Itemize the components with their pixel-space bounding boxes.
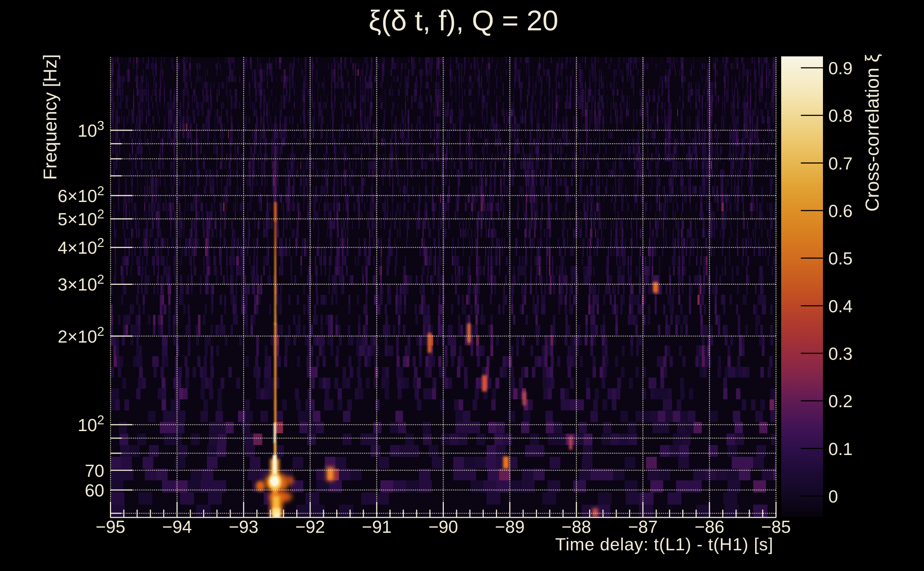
svg-text:−90: −90: [428, 517, 458, 537]
svg-text:70: 70: [85, 461, 104, 481]
svg-text:0.8: 0.8: [828, 106, 853, 126]
svg-text:Time delay: t(L1) - t(H1) [s]: Time delay: t(L1) - t(H1) [s]: [555, 535, 773, 554]
svg-text:−87: −87: [628, 517, 658, 537]
svg-text:60: 60: [85, 481, 104, 500]
svg-text:0.1: 0.1: [828, 440, 853, 459]
svg-text:−85: −85: [761, 517, 791, 537]
svg-text:−94: −94: [162, 517, 192, 537]
svg-text:ξ(δ t, f), Q = 20: ξ(δ t, f), Q = 20: [368, 5, 558, 36]
svg-text:0.5: 0.5: [828, 249, 853, 269]
svg-text:0.4: 0.4: [828, 297, 853, 316]
svg-text:−91: −91: [362, 517, 392, 537]
svg-text:Cross-correlation ξ: Cross-correlation ξ: [862, 54, 883, 211]
svg-text:−93: −93: [229, 517, 258, 537]
svg-text:−86: −86: [695, 517, 725, 537]
svg-text:0.7: 0.7: [828, 154, 853, 173]
svg-text:0.9: 0.9: [828, 59, 853, 78]
svg-text:0.3: 0.3: [828, 344, 853, 364]
svg-text:−95: −95: [96, 517, 125, 537]
svg-text:−89: −89: [495, 517, 524, 537]
svg-text:0.6: 0.6: [828, 202, 853, 221]
svg-text:−88: −88: [562, 517, 591, 537]
svg-text:Frequency [Hz]: Frequency [Hz]: [40, 54, 61, 180]
svg-text:−92: −92: [295, 517, 325, 537]
svg-text:0.2: 0.2: [828, 392, 853, 411]
svg-text:0: 0: [828, 487, 838, 506]
